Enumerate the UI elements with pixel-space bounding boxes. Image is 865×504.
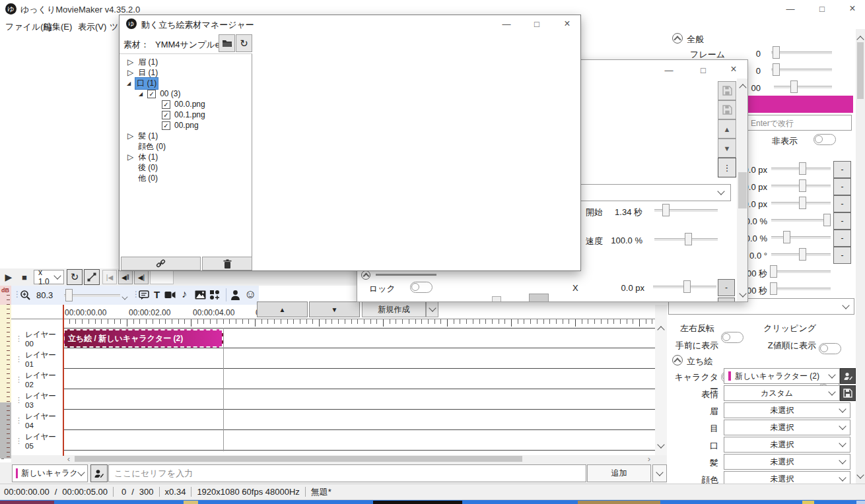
- tree-item-hair[interactable]: ▷髪 (1): [120, 131, 252, 141]
- slider-row[interactable]: [771, 179, 831, 192]
- character-config-button[interactable]: [90, 464, 108, 482]
- refresh-button[interactable]: ↻: [236, 34, 252, 52]
- close-icon[interactable]: ×: [843, 1, 862, 16]
- slider-row[interactable]: [771, 248, 831, 261]
- minus-button[interactable]: -: [833, 230, 851, 247]
- speed-slider[interactable]: [654, 233, 718, 245]
- link-button[interactable]: [121, 257, 201, 270]
- minus-button[interactable]: -: [833, 161, 851, 178]
- tree-item-eye[interactable]: ▷目 (1): [120, 67, 252, 78]
- hair-combo[interactable]: 未選択: [724, 454, 850, 470]
- save-template-button[interactable]: [718, 81, 736, 100]
- eye-combo[interactable]: 未選択: [724, 420, 850, 435]
- image-item-icon[interactable]: [195, 290, 206, 299]
- expander-icon[interactable]: ◢: [139, 91, 143, 97]
- expander-icon[interactable]: ▷: [127, 131, 133, 141]
- layer-drag-icon[interactable]: ⋮: [15, 375, 22, 384]
- add-button[interactable]: 追加: [587, 464, 651, 482]
- play-button[interactable]: ▶: [1, 270, 16, 284]
- slider-row[interactable]: [771, 197, 831, 209]
- x-minus-button[interactable]: -: [718, 279, 735, 296]
- minus-button[interactable]: -: [833, 212, 851, 230]
- layer-label[interactable]: ⋮レイヤー 02: [11, 369, 63, 389]
- seek-back-button[interactable]: ◀|: [134, 270, 149, 284]
- x-minus-button-clipped[interactable]: [718, 298, 735, 302]
- panel-scrollbar[interactable]: [856, 29, 865, 484]
- layer-drag-icon[interactable]: ⋮: [15, 355, 22, 363]
- layer-row[interactable]: [11, 410, 655, 430]
- more-options-button[interactable]: ⋮: [718, 158, 736, 177]
- new-item-button[interactable]: 新規作成: [362, 301, 426, 317]
- x-slider[interactable]: [653, 280, 716, 293]
- frame-slider[interactable]: [771, 46, 832, 59]
- mouth-combo[interactable]: 未選択: [724, 437, 850, 453]
- minus-button[interactable]: -: [833, 178, 851, 195]
- speed-combo[interactable]: x 1.0: [34, 270, 64, 284]
- tree-item-body[interactable]: ▷体 (1): [120, 152, 252, 162]
- character-edit-button[interactable]: [840, 368, 856, 384]
- layer-label[interactable]: ⋮レイヤー 05: [11, 431, 63, 451]
- expression-save-button[interactable]: [840, 385, 856, 401]
- expander-icon[interactable]: ▷: [127, 68, 133, 77]
- slider-row[interactable]: [771, 214, 831, 226]
- minus-button[interactable]: -: [833, 247, 851, 264]
- playhead[interactable]: [63, 305, 64, 456]
- hidden-toggle[interactable]: [813, 134, 836, 145]
- collapse-general-icon[interactable]: [672, 33, 683, 44]
- video-item-icon[interactable]: [164, 291, 176, 299]
- move-up-button[interactable]: ▲: [718, 119, 736, 139]
- slider-row[interactable]: [771, 231, 831, 243]
- timeline-vscrollbar[interactable]: [655, 305, 667, 456]
- maximize-icon[interactable]: □: [528, 17, 546, 30]
- expander-icon[interactable]: ▷: [127, 57, 133, 67]
- save-button[interactable]: [718, 100, 736, 119]
- tachie-item-icon[interactable]: [230, 290, 240, 300]
- tree-item-mouth-00[interactable]: ◢✓00 (3): [120, 88, 252, 99]
- repeat-button[interactable]: ↻: [67, 269, 83, 285]
- menu-edit[interactable]: 編集(E): [44, 21, 72, 33]
- minimize-icon[interactable]: —: [497, 17, 516, 30]
- panel-row3-slider[interactable]: [774, 80, 832, 93]
- minus-button[interactable]: -: [833, 195, 851, 212]
- checkbox-checked[interactable]: ✓: [162, 100, 170, 109]
- expression-item-icon[interactable]: ☺: [244, 288, 256, 301]
- tree-item-back[interactable]: 後 (0): [120, 162, 252, 173]
- slider-row[interactable]: [771, 162, 831, 175]
- collapse-tachie-icon[interactable]: [672, 355, 683, 365]
- text-item-icon[interactable]: T: [154, 289, 160, 300]
- timeline-clip[interactable]: 立ち絵 / 新しいキャラクター (2): [63, 329, 223, 348]
- expression-combo[interactable]: カスタム: [724, 385, 840, 401]
- minimize-icon[interactable]: —: [780, 1, 800, 16]
- expander-icon[interactable]: ◢: [127, 80, 131, 86]
- maximize-icon[interactable]: □: [812, 1, 832, 16]
- material-value[interactable]: YMM4サンプルex: [155, 39, 225, 51]
- move-down-button[interactable]: ▼: [718, 139, 736, 158]
- editor-vscroll-thumb[interactable]: [738, 172, 747, 208]
- brow-combo[interactable]: 未選択: [724, 402, 850, 418]
- layer-row[interactable]: [11, 389, 655, 410]
- clipping-toggle[interactable]: [819, 343, 841, 354]
- layer-row[interactable]: [11, 430, 655, 451]
- layer-label[interactable]: ⋮レイヤー 04: [11, 410, 63, 430]
- menu-view[interactable]: 表示(V): [78, 21, 106, 33]
- seek-start-button[interactable]: |◀: [102, 270, 117, 284]
- collapse-section-icon[interactable]: [361, 270, 370, 280]
- checkbox-checked[interactable]: ✓: [162, 111, 170, 119]
- panel-row2-slider[interactable]: [771, 63, 832, 76]
- checkbox-checked[interactable]: ✓: [147, 90, 156, 98]
- facecolor-combo[interactable]: 未選択: [724, 471, 850, 484]
- start-slider[interactable]: [654, 204, 718, 216]
- zoom-slider-expand-icon[interactable]: [121, 294, 127, 299]
- maximize-icon[interactable]: □: [694, 64, 712, 76]
- move-up-button[interactable]: ▲: [257, 301, 308, 317]
- move-down-button[interactable]: ▼: [309, 301, 360, 317]
- editor-vscrollbar[interactable]: [737, 79, 748, 302]
- tree-item-png[interactable]: ✓00.png: [120, 120, 252, 131]
- tree-item-facecolor[interactable]: 顔色 (0): [120, 141, 252, 152]
- hscroll-thumb[interactable]: [75, 456, 522, 462]
- open-folder-button[interactable]: [219, 34, 235, 52]
- serif-input[interactable]: ここにセリフを入力: [108, 464, 586, 482]
- panel-scrollbar-thumb[interactable]: [857, 42, 864, 99]
- audio-item-icon[interactable]: ♪: [182, 288, 187, 300]
- close-icon[interactable]: ×: [724, 63, 743, 76]
